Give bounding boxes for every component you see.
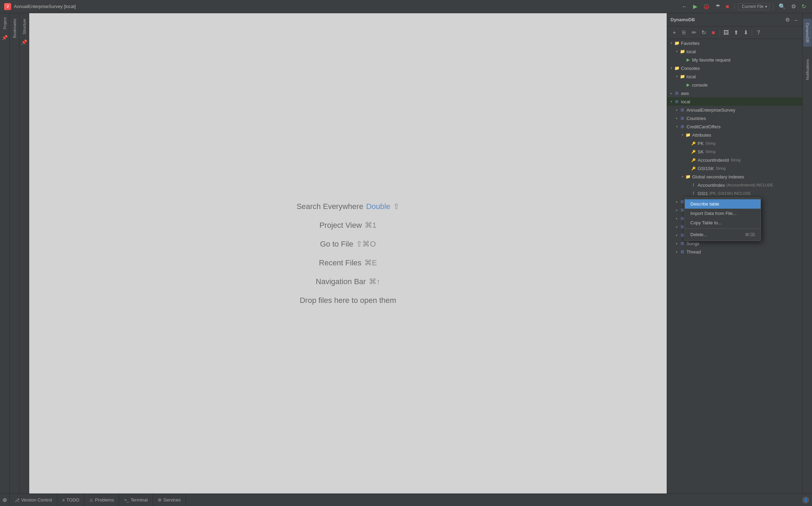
creditcard-label: CreditCardOffers xyxy=(687,124,721,129)
copy-button[interactable]: ⎘ xyxy=(680,28,689,37)
gsi1sk-attr-icon: 🔑 xyxy=(691,166,696,171)
tab-terminal[interactable]: >_ Terminal xyxy=(119,494,153,506)
tree-item-sk[interactable]: 🔑 SK String xyxy=(667,147,802,156)
toolbar-sep1 xyxy=(734,3,734,10)
search-highlight: Double xyxy=(366,202,390,211)
gsi1sk-label: GSI1SK xyxy=(698,166,714,171)
filter-desc-button[interactable]: ⬇ xyxy=(741,28,750,37)
bottom-left-icon[interactable]: ⊕ xyxy=(0,494,10,506)
tree-item-aws[interactable]: ⊞ aws xyxy=(667,89,802,97)
update-button[interactable]: ↻ xyxy=(800,2,808,10)
settings-button[interactable]: ⚙ xyxy=(789,2,798,10)
panel-minimize-button[interactable]: – xyxy=(793,16,799,23)
toolbar-sep xyxy=(720,30,720,36)
structure-label[interactable]: Structure xyxy=(21,16,28,37)
favorites-arrow xyxy=(668,40,674,46)
accountindexid-attr-icon: 🔑 xyxy=(691,157,696,163)
add-button[interactable]: + xyxy=(670,28,679,37)
tab-version-control[interactable]: ⎇ Version Control xyxy=(10,494,57,506)
tree-item-favorites-local[interactable]: 📁 local xyxy=(667,47,802,56)
ctx-copy-table[interactable]: Copy Table to... xyxy=(685,218,761,227)
image-button[interactable]: 🖼 xyxy=(722,28,731,37)
pin-icon[interactable]: 📌 xyxy=(1,34,8,41)
thread-arrow xyxy=(674,249,680,255)
stop-toolbar-button[interactable]: ■ xyxy=(709,28,718,37)
main-layout: Project 📌 Bookmarks Structure 📌 Search E… xyxy=(0,13,812,493)
ctx-delete-shortcut: ⌘⌫ xyxy=(745,232,755,237)
accountindex-info-icon: i xyxy=(691,182,696,188)
tree-item-countries[interactable]: ⊞ Countries xyxy=(667,114,802,122)
favorites-local-icon: 📁 xyxy=(680,49,685,54)
terminal-label: Terminal xyxy=(131,497,148,503)
search-keys: ⇧ xyxy=(393,202,399,211)
edit-button[interactable]: ✏ xyxy=(689,28,698,37)
tree-item-thread[interactable]: ⊞ Thread xyxy=(667,248,802,256)
bookmarks-label[interactable]: Bookmarks xyxy=(11,16,18,41)
tree-item-gsi-folder[interactable]: 📁 Global secondary indexes xyxy=(667,172,802,181)
tree-item-accountindexid[interactable]: 🔑 AccountIndexId String xyxy=(667,156,802,164)
tree-item-creditcard[interactable]: ⊞ CreditCardOffers xyxy=(667,122,802,131)
local-root-arrow xyxy=(668,99,674,104)
tree-item-favorites[interactable]: 📁 Favorites xyxy=(667,39,802,47)
current-file-dropdown[interactable]: Current File ▾ xyxy=(738,3,770,10)
project-keys: ⌘1 xyxy=(365,221,376,230)
dynamodb-panel: DynamoDB ⚙ – + ⎘ ✏ ↻ ■ 🖼 ⬆ ⬇ ? 📁 Favorit… xyxy=(667,13,802,493)
services-icon: ⚙ xyxy=(158,498,162,503)
panel-title: DynamoDB xyxy=(671,17,782,22)
project-label: Project View xyxy=(319,221,362,230)
toolbar-sep2 xyxy=(773,3,773,10)
run-button[interactable]: ▶ xyxy=(691,2,699,10)
left-sidebar-tabs: Project 📌 xyxy=(0,13,10,493)
notifications-side-tab[interactable]: Notifications xyxy=(803,55,812,84)
gsi1-extra: (PK, GSI1SK) INCLUDE xyxy=(709,191,751,195)
ctx-describe-label: Describe table xyxy=(690,201,719,207)
dynamodb-side-tab[interactable]: DynamoDB xyxy=(803,19,812,47)
ctx-import-data[interactable]: Import Data from File... xyxy=(685,209,761,218)
tree-item-annual[interactable]: ⊞ AnnualEnterpriseSurvey xyxy=(667,106,802,114)
tree-item-console[interactable]: ▶ console xyxy=(667,81,802,89)
todo-label: TODO xyxy=(66,497,79,503)
filter-asc-button[interactable]: ⬆ xyxy=(731,28,740,37)
tree-item-accountindex[interactable]: i AccountIndex (AccountIndexId) INCLUDE xyxy=(667,181,802,189)
creditcard-table-icon: ⊞ xyxy=(680,124,685,129)
songs-arrow xyxy=(674,241,680,246)
recent-keys: ⌘E xyxy=(364,258,377,267)
coverage-button[interactable]: ☂ xyxy=(714,2,722,10)
tab-problems[interactable]: ⚠ Problems xyxy=(84,494,119,506)
countries-arrow xyxy=(674,115,680,121)
panel-settings-button[interactable]: ⚙ xyxy=(784,16,791,24)
version-control-icon: ⎇ xyxy=(15,498,19,503)
tab-todo[interactable]: ≡ TODO xyxy=(57,494,84,506)
tree-item-attributes[interactable]: 📁 Attributes xyxy=(667,131,802,139)
structure-pin-icon[interactable]: 📌 xyxy=(21,39,28,46)
ctx-delete[interactable]: Delete... ⌘⌫ xyxy=(685,230,761,239)
drop-files-hint: Drop files here to open them xyxy=(300,296,396,305)
refresh-button[interactable]: ↻ xyxy=(699,28,708,37)
editor-empty-state: Search Everywhere Double ⇧ Project View … xyxy=(29,13,667,493)
sidebar-item-project[interactable]: Project xyxy=(1,15,8,32)
help-button[interactable]: ? xyxy=(754,28,763,37)
gsi1-label: GSI1 xyxy=(698,191,708,196)
back-button[interactable]: ← xyxy=(680,3,689,10)
creditcard-arrow xyxy=(674,124,680,129)
tree-item-my-fav[interactable]: ▶ My favorite request xyxy=(667,56,802,64)
tree-item-local-root[interactable]: ⊞ local xyxy=(667,97,802,106)
tree-item-gsi1[interactable]: i GSI1 (PK, GSI1SK) INCLUDE xyxy=(667,189,802,198)
tab-services[interactable]: ⚙ Services xyxy=(153,494,186,506)
search-everywhere-button[interactable]: 🔍 xyxy=(777,2,787,10)
tree-item-pk[interactable]: 🔑 PK String xyxy=(667,139,802,147)
dropdown-arrow-icon: ▾ xyxy=(765,4,767,9)
debug-button[interactable]: 🐞 xyxy=(701,2,712,10)
tree-item-gsi1sk[interactable]: 🔑 GSI1SK String xyxy=(667,164,802,172)
gsi1-info-icon: i xyxy=(691,191,696,196)
tree-item-consoles-local[interactable]: 📁 local xyxy=(667,72,802,81)
consoles-local-label: local xyxy=(687,74,696,79)
user-avatar[interactable]: 👤 xyxy=(802,497,809,504)
stop-button[interactable]: ■ xyxy=(724,3,731,10)
tree-item-consoles[interactable]: 📁 Consoles xyxy=(667,64,802,72)
shortcut-search: Search Everywhere Double ⇧ xyxy=(297,202,399,211)
gsi-folder-arrow xyxy=(680,174,685,179)
ctx-describe-table[interactable]: Describe table xyxy=(685,199,761,209)
todo-icon: ≡ xyxy=(62,498,65,503)
tree-container[interactable]: 📁 Favorites 📁 local ▶ My favorite reques… xyxy=(667,39,802,493)
